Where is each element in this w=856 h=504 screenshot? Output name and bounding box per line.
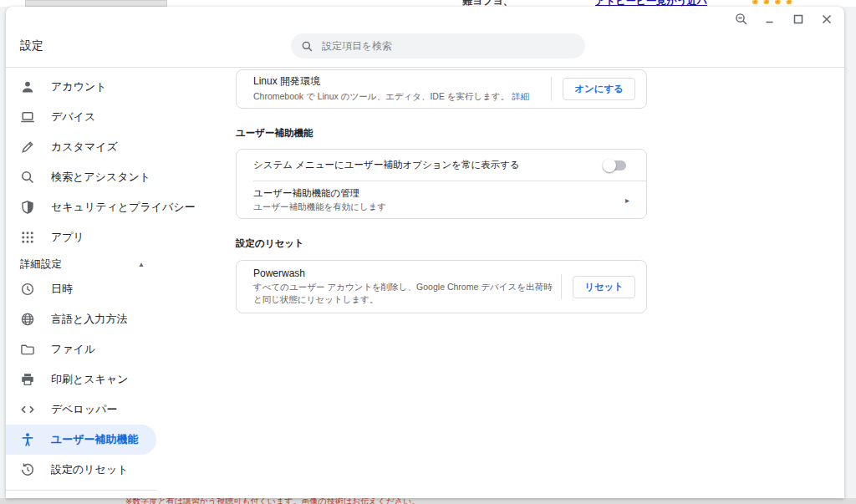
sidebar-advanced-toggle[interactable]: 詳細設定 ▲: [6, 254, 156, 274]
background-page-bottom: ※数字度と有は講習かう視聴可も付くいます。画像の技術はお伝えください。: [0, 498, 856, 504]
sidebar: アカウント デバイス カスタマイズ 検索とアシスタント: [6, 68, 223, 498]
background-page-top: 難ヨブヨ、 アトピービ一見かう近バ 🏅🏅🏅🏅: [0, 0, 856, 7]
search-box[interactable]: [291, 33, 585, 59]
sidebar-item-label: デベロッパー: [51, 402, 118, 417]
sidebar-item-label: 検索とアシスタント: [51, 170, 150, 185]
sidebar-item-about-chromeos[interactable]: Chrome OS について: [6, 491, 223, 498]
subpage-arrow-icon: ▸: [625, 196, 629, 205]
sidebar-item-personalization[interactable]: カスタマイズ: [6, 132, 156, 162]
titlebar: [6, 7, 844, 35]
toggle-row-label: システム メニューにユーザー補助オプションを常に表示する: [253, 159, 604, 171]
card-divider: [561, 274, 562, 299]
background-text-fragment: 難ヨブヨ、: [462, 0, 513, 7]
globe-icon: [20, 312, 35, 327]
sidebar-item-accessibility[interactable]: ユーザー補助機能: [6, 425, 156, 455]
sidebar-item-files[interactable]: ファイル: [6, 334, 156, 364]
close-icon[interactable]: [818, 10, 836, 28]
sidebar-item-label: ユーザー補助機能: [51, 432, 139, 447]
background-link-fragment: アトピービ一見かう近バ: [595, 0, 707, 7]
sidebar-item-apps[interactable]: アプリ: [6, 222, 156, 252]
window-controls: [732, 10, 836, 28]
sidebar-item-reset[interactable]: 設定のリセット: [6, 455, 156, 485]
apps-grid-icon: [20, 230, 35, 245]
sidebar-item-label: アプリ: [51, 230, 84, 245]
sidebar-item-label: 言語と入力方法: [51, 312, 127, 327]
sidebar-item-label: 設定のリセット: [51, 462, 129, 477]
sidebar-item-label: アカウント: [51, 79, 107, 94]
accessibility-options-toggle[interactable]: [604, 160, 626, 171]
manage-subtitle: ユーザー補助機能を有効にします: [253, 201, 625, 213]
card-divider: [551, 77, 552, 101]
manage-title: ユーザー補助機能の管理: [253, 187, 625, 200]
linux-title: Linux 開発環境: [253, 74, 551, 89]
powerwash-title: Powerwash: [253, 267, 561, 279]
page-title: 設定: [20, 38, 43, 53]
accessibility-card: システム メニューにユーザー補助オプションを常に表示する ユーザー補助機能の管理…: [236, 149, 647, 219]
laptop-icon: [20, 109, 35, 125]
turn-on-button[interactable]: オンにする: [563, 78, 635, 100]
sidebar-item-label: セキュリティとプライバシー: [51, 200, 196, 215]
linux-description: Chromebook で Linux のツール、エディタ、IDE を実行します。…: [253, 90, 551, 103]
minimize-icon[interactable]: [761, 10, 779, 28]
sidebar-item-security-privacy[interactable]: セキュリティとプライバシー: [6, 192, 156, 222]
sidebar-item-device[interactable]: デバイス: [6, 102, 156, 132]
zoom-out-icon[interactable]: [732, 10, 751, 28]
advanced-label: 詳細設定: [20, 257, 62, 272]
accessibility-icon: [20, 432, 35, 447]
sidebar-item-label: ファイル: [51, 342, 95, 357]
sidebar-item-date-time[interactable]: 日時: [6, 274, 156, 304]
background-emoji-fragment: 🏅🏅🏅🏅: [750, 0, 795, 4]
sidebar-item-print-scan[interactable]: 印刷とスキャン: [6, 364, 156, 395]
search-input[interactable]: [322, 40, 575, 52]
person-icon: [20, 79, 35, 94]
sidebar-item-label: カスタマイズ: [51, 140, 118, 155]
learn-more-link[interactable]: 詳細: [512, 91, 529, 101]
settings-window: 設定 アカウント デバイス: [6, 7, 844, 498]
sidebar-item-languages[interactable]: 言語と入力方法: [6, 304, 156, 334]
chevron-up-icon: ▲: [138, 261, 145, 268]
linux-card: Linux 開発環境 Chromebook で Linux のツール、エディタ、…: [236, 69, 647, 109]
maximize-icon[interactable]: [789, 10, 808, 28]
clock-icon: [20, 282, 35, 297]
main-content: Linux 開発環境 Chromebook で Linux のツール、エディタ、…: [236, 68, 647, 498]
search-icon: [301, 40, 313, 53]
background-red-text-fragment: ※数字度と有は講習かう視聴可も付くいます。画像の技術はお伝えください。: [125, 498, 420, 504]
sidebar-item-label: 日時: [51, 282, 73, 297]
reset-section-heading: 設定のリセット: [236, 237, 647, 250]
background-button-fragment: [25, 0, 167, 7]
sidebar-item-search-assistant[interactable]: 検索とアシスタント: [6, 162, 156, 192]
powerwash-description: すべてのユーザー アカウントを削除し、Google Chrome デバイスを出荷…: [253, 281, 561, 306]
shield-icon: [20, 200, 35, 215]
powerwash-card: Powerwash すべてのユーザー アカウントを削除し、Google Chro…: [236, 260, 647, 313]
reset-button[interactable]: リセット: [573, 276, 635, 298]
manage-accessibility-row[interactable]: ユーザー補助機能の管理 ユーザー補助機能を有効にします ▸: [237, 181, 646, 218]
pen-icon: [20, 140, 35, 155]
sidebar-item-label: デバイス: [51, 109, 95, 125]
folder-icon: [20, 342, 35, 357]
search-icon: [20, 170, 35, 185]
sidebar-item-accounts[interactable]: アカウント: [6, 72, 156, 102]
sidebar-item-developers[interactable]: デベロッパー: [6, 395, 156, 425]
always-show-accessibility-row: システム メニューにユーザー補助オプションを常に表示する: [237, 150, 646, 181]
printer-icon: [20, 372, 35, 387]
reset-icon: [20, 462, 35, 477]
code-icon: [20, 402, 35, 417]
accessibility-section-heading: ユーザー補助機能: [236, 127, 647, 140]
sidebar-item-label: 印刷とスキャン: [51, 372, 129, 387]
settings-header: 設定: [6, 35, 844, 67]
